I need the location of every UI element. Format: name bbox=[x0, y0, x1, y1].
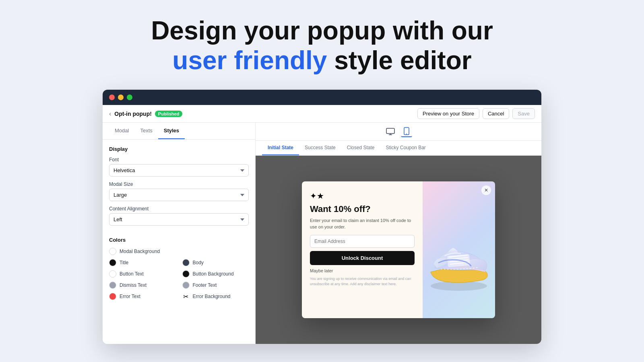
state-tab-success[interactable]: Success State bbox=[299, 141, 341, 155]
color-row-dismiss-footer: Dismiss Text Footer Text bbox=[109, 282, 249, 289]
dot-red[interactable] bbox=[109, 95, 115, 100]
modal-size-label: Modal Size bbox=[109, 181, 249, 187]
font-select[interactable]: Helvetica Arial Georgia Times New Roman bbox=[109, 164, 249, 177]
color-row-title-body: Title Body bbox=[109, 259, 249, 266]
color-item-modal-bg[interactable]: Modal Background bbox=[109, 248, 249, 255]
color-row-error: Error Text ✂ Error Background bbox=[109, 293, 249, 300]
hero-line2-blue: user friendly bbox=[172, 46, 327, 75]
popup-right bbox=[423, 181, 495, 318]
panel-content: Display Font Helvetica Arial Georgia Tim… bbox=[103, 140, 255, 344]
header-left: ‹ Opt-in popup! Published bbox=[109, 110, 417, 117]
popup-cta-button[interactable]: Unlock Discount bbox=[310, 251, 415, 265]
svg-rect-0 bbox=[386, 128, 394, 134]
color-item-footer[interactable]: Footer Text bbox=[182, 282, 249, 289]
sneaker-svg bbox=[423, 202, 495, 298]
desktop-icon[interactable] bbox=[385, 126, 396, 137]
body-swatch bbox=[182, 259, 190, 266]
state-tab-sticky[interactable]: Sticky Coupon Bar bbox=[380, 141, 431, 155]
content-alignment-select[interactable]: Left Center Right bbox=[109, 213, 249, 226]
state-tab-closed[interactable]: Closed State bbox=[341, 141, 380, 155]
modal-bg-swatch bbox=[109, 248, 116, 255]
body-label: Body bbox=[193, 260, 204, 265]
published-badge: Published bbox=[155, 111, 183, 117]
dismiss-label: Dismiss Text bbox=[120, 282, 147, 288]
dot-yellow[interactable] bbox=[118, 95, 124, 100]
dismiss-swatch bbox=[109, 282, 116, 289]
btn-text-swatch bbox=[109, 270, 116, 278]
header-right: Preview on your Store Cancel Save bbox=[417, 108, 535, 119]
font-label: Font bbox=[109, 157, 249, 162]
tab-texts[interactable]: Texts bbox=[134, 123, 158, 139]
popup-modal: ✕ ✦★ Want 10% off? Enter your email to c… bbox=[302, 181, 495, 318]
error-text-swatch bbox=[109, 293, 116, 300]
color-item-body[interactable]: Body bbox=[182, 259, 249, 266]
modal-bg-label: Modal Background bbox=[120, 249, 160, 254]
title-label: Title bbox=[120, 260, 128, 265]
hero-line1: Design your popup with our bbox=[151, 16, 493, 45]
color-row-modal-bg: Modal Background bbox=[109, 248, 249, 255]
popup-close-button[interactable]: ✕ bbox=[481, 185, 491, 195]
popup-headline: Want 10% off? bbox=[310, 204, 415, 214]
color-item-btn-text[interactable]: Button Text bbox=[109, 270, 176, 278]
right-panel-header bbox=[256, 123, 541, 141]
footer-swatch bbox=[182, 282, 190, 289]
error-bg-swatch: ✂ bbox=[182, 293, 190, 300]
preview-area: ✕ ✦★ Want 10% off? Enter your email to c… bbox=[256, 156, 541, 344]
color-item-title[interactable]: Title bbox=[109, 259, 176, 266]
display-section-title: Display bbox=[109, 146, 249, 152]
sneaker-image bbox=[423, 202, 495, 298]
popup-maybe-later[interactable]: Maybe later bbox=[310, 268, 415, 273]
color-rows: Modal Background Title bbox=[109, 248, 249, 300]
cancel-button[interactable]: Cancel bbox=[483, 108, 509, 119]
color-row-button: Button Text Button Background bbox=[109, 270, 249, 278]
dot-green[interactable] bbox=[127, 95, 132, 100]
page-title: Opt-in popup! bbox=[114, 111, 152, 117]
popup-sparkle: ✦★ bbox=[310, 191, 415, 201]
color-item-btn-bg[interactable]: Button Background bbox=[182, 270, 249, 278]
color-item-error-bg[interactable]: ✂ Error Background bbox=[182, 293, 249, 300]
app-header: ‹ Opt-in popup! Published Preview on you… bbox=[103, 105, 541, 123]
hero-line2-rest: style editor bbox=[327, 46, 471, 75]
svg-point-4 bbox=[406, 134, 407, 134]
tabs-bar: Modal Texts Styles bbox=[103, 123, 255, 140]
btn-bg-swatch bbox=[182, 270, 190, 278]
popup-left: ✦★ Want 10% off? Enter your email to cla… bbox=[302, 181, 423, 318]
popup-email-input[interactable] bbox=[310, 235, 415, 248]
btn-bg-label: Button Background bbox=[193, 271, 234, 277]
color-item-dismiss[interactable]: Dismiss Text bbox=[109, 282, 176, 289]
state-tabs: Initial State Success State Closed State… bbox=[256, 141, 541, 156]
tab-styles[interactable]: Styles bbox=[158, 123, 185, 139]
mobile-icon[interactable] bbox=[401, 126, 412, 137]
device-icons bbox=[262, 126, 535, 137]
state-tab-initial[interactable]: Initial State bbox=[262, 141, 299, 155]
colors-section: Colors Modal Background bbox=[109, 237, 249, 300]
browser-window: ‹ Opt-in popup! Published Preview on you… bbox=[103, 90, 541, 344]
content-alignment-label: Content Alignment bbox=[109, 206, 249, 212]
color-item-error-text[interactable]: Error Text bbox=[109, 293, 176, 300]
btn-text-label: Button Text bbox=[120, 271, 144, 277]
browser-titlebar bbox=[103, 90, 541, 105]
modal-size-select[interactable]: Small Medium Large bbox=[109, 189, 249, 201]
colors-section-title: Colors bbox=[109, 237, 249, 243]
error-bg-label: Error Background bbox=[193, 294, 231, 299]
error-text-label: Error Text bbox=[120, 294, 140, 299]
popup-subtext: Enter your email to claim an instant 10%… bbox=[310, 218, 415, 230]
left-panel: Modal Texts Styles Display Font Helvetic… bbox=[103, 123, 256, 344]
popup-disclaimer: You are signing up to receive communicat… bbox=[310, 276, 415, 286]
tab-modal[interactable]: Modal bbox=[109, 123, 134, 139]
back-button[interactable]: ‹ bbox=[109, 110, 111, 117]
main-layout: Modal Texts Styles Display Font Helvetic… bbox=[103, 123, 541, 344]
right-panel: Initial State Success State Closed State… bbox=[256, 123, 541, 344]
save-button[interactable]: Save bbox=[512, 108, 535, 119]
hero-section: Design your popup with our user friendly… bbox=[151, 16, 493, 75]
title-swatch bbox=[109, 259, 116, 266]
footer-label: Footer Text bbox=[193, 282, 217, 288]
preview-button[interactable]: Preview on your Store bbox=[417, 108, 479, 119]
app-content: ‹ Opt-in popup! Published Preview on you… bbox=[103, 105, 541, 344]
